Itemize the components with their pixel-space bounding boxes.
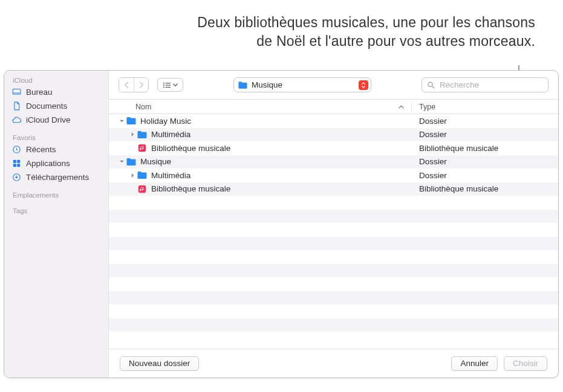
sidebar-item-label: iCloud Drive: [26, 115, 71, 124]
svg-point-11: [163, 86, 164, 88]
main-panel: Musique Nom Type Holiday MusicDossierMul…: [109, 71, 558, 378]
choose-button[interactable]: Choisir: [504, 356, 547, 371]
column-header-name-label: Nom: [135, 103, 151, 111]
music-library-icon: [137, 184, 148, 194]
sidebar-section-tags: Tags: [4, 205, 108, 216]
sidebar-item-iclouddrive[interactable]: iCloud Drive: [4, 113, 108, 127]
table-row[interactable]: MusiqueDossier: [109, 155, 558, 169]
disclosure-triangle[interactable]: [117, 159, 126, 164]
folder-icon: [137, 170, 148, 180]
folder-icon: [126, 157, 137, 167]
row-name: Bibliothèque musicale: [151, 184, 419, 193]
svg-point-9: [163, 84, 164, 85]
disclosure-triangle[interactable]: [117, 118, 126, 124]
list-view-icon: [163, 82, 171, 89]
search-field[interactable]: [421, 77, 548, 92]
table-row[interactable]: Bibliothèque musicaleBibliothèque musica…: [109, 141, 558, 155]
sidebar-item-applications[interactable]: Applications: [4, 156, 108, 170]
toolbar: Musique: [109, 71, 558, 100]
music-library-icon: [137, 143, 148, 153]
table-row: [109, 291, 558, 305]
sidebar-item-label: Documents: [26, 101, 67, 111]
svg-rect-3: [17, 160, 20, 163]
chevron-down-icon: [173, 83, 178, 87]
svg-rect-8: [165, 82, 171, 83]
table-row: [109, 250, 558, 264]
row-type: Dossier: [419, 157, 552, 166]
finder-open-dialog: iCloud Bureau Documents iCloud Drive Fav…: [4, 70, 559, 378]
svg-rect-0: [13, 89, 21, 95]
row-name: Multimédia: [151, 130, 419, 139]
cloud-icon: [11, 115, 22, 125]
row-type: Dossier: [419, 171, 552, 180]
table-row: [109, 277, 558, 291]
row-type: Dossier: [419, 130, 552, 139]
nav-back-button[interactable]: [119, 78, 134, 92]
row-type: Dossier: [419, 117, 552, 126]
column-divider[interactable]: [411, 102, 412, 112]
search-input[interactable]: [438, 80, 543, 90]
nav-back-forward: [119, 77, 149, 92]
row-type: Bibliothèque musicale: [419, 144, 552, 153]
new-folder-button[interactable]: Nouveau dossier: [120, 356, 199, 371]
svg-rect-15: [138, 185, 146, 193]
folder-icon: [238, 81, 248, 89]
document-icon: [11, 101, 22, 111]
file-listing: Holiday MusicDossierMultimédiaDossierBib…: [109, 114, 558, 349]
sidebar-section-icloud: iCloud: [4, 74, 108, 85]
table-row[interactable]: MultimédiaDossier: [109, 128, 558, 142]
folder-icon: [137, 130, 148, 140]
svg-point-7: [163, 82, 164, 83]
sidebar-section-emplacements: Emplacements: [4, 189, 108, 200]
clock-icon: [11, 144, 22, 155]
callout-annotation: Deux bibliothèques musicales, une pour l…: [197, 13, 535, 51]
table-row: [109, 318, 558, 332]
sidebar-item-downloads[interactable]: Téléchargements: [4, 170, 108, 184]
svg-rect-5: [17, 164, 20, 167]
dialog-footer: Nouveau dossier Annuler Choisir: [109, 349, 558, 378]
sidebar-item-label: Récents: [26, 145, 56, 154]
disclosure-triangle[interactable]: [128, 132, 137, 137]
search-icon: [427, 81, 435, 89]
sidebar-item-bureau[interactable]: Bureau: [4, 85, 108, 99]
column-header-type[interactable]: Type: [419, 103, 552, 111]
sidebar-item-documents[interactable]: Documents: [4, 99, 108, 113]
path-selector[interactable]: Musique: [233, 77, 371, 92]
desktop-icon: [11, 87, 22, 97]
column-header-row: Nom Type: [109, 100, 558, 114]
view-options-button[interactable]: [157, 78, 183, 92]
sidebar: iCloud Bureau Documents iCloud Drive Fav…: [4, 71, 109, 378]
apps-icon: [11, 158, 22, 169]
sidebar-item-recents[interactable]: Récents: [4, 143, 108, 156]
row-type: Bibliothèque musicale: [419, 184, 552, 193]
folder-icon: [126, 116, 137, 126]
column-header-name[interactable]: Nom: [135, 103, 406, 111]
table-row[interactable]: Holiday MusicDossier: [109, 114, 558, 128]
table-row: [109, 210, 558, 223]
svg-rect-2: [13, 160, 16, 163]
sort-ascending-icon: [399, 104, 404, 109]
table-row: [109, 304, 558, 318]
disclosure-triangle[interactable]: [128, 173, 137, 178]
svg-rect-4: [13, 164, 16, 167]
svg-point-13: [428, 82, 432, 86]
row-name: Musique: [140, 157, 419, 166]
svg-rect-12: [165, 86, 171, 87]
table-row: [109, 223, 558, 237]
sidebar-section-favoris: Favoris: [4, 132, 108, 143]
sidebar-item-label: Téléchargements: [26, 173, 89, 182]
row-name: Bibliothèque musicale: [151, 144, 419, 153]
sidebar-item-label: Bureau: [26, 88, 53, 97]
path-label: Musique: [252, 80, 282, 89]
svg-rect-10: [165, 85, 171, 85]
path-updown-icon: [359, 80, 368, 90]
svg-rect-14: [138, 144, 146, 152]
nav-forward-button[interactable]: [134, 78, 148, 92]
cancel-button[interactable]: Annuler: [451, 356, 498, 371]
table-row: [109, 237, 558, 251]
sidebar-item-label: Applications: [26, 159, 70, 168]
table-row[interactable]: MultimédiaDossier: [109, 169, 558, 182]
table-row: [109, 264, 558, 278]
table-row[interactable]: Bibliothèque musicaleBibliothèque musica…: [109, 182, 558, 196]
table-row: [109, 196, 558, 210]
